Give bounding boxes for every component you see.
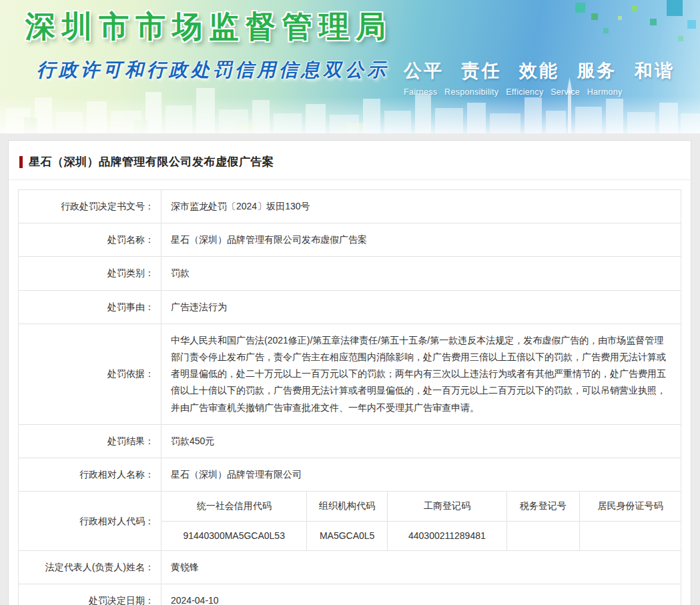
table-row: 处罚决定日期： 2024-04-10 <box>19 584 681 605</box>
codes-value: MA5GCA0L5 <box>307 521 388 550</box>
row-label: 处罚决定日期： <box>19 584 161 605</box>
row-label: 处罚类别： <box>19 257 161 290</box>
decor-square-icon <box>650 19 657 25</box>
title-marker <box>19 156 23 168</box>
decor-square-icon <box>575 3 585 13</box>
row-label: 行政处罚决定书文号： <box>19 190 161 223</box>
decor-square-icon <box>631 5 637 11</box>
codes-header: 统一社会信用代码 <box>161 492 307 521</box>
codes-value: 91440300MA5GCA0L53 <box>161 521 307 550</box>
table-row: 处罚类别： 罚款 <box>19 257 681 290</box>
row-label: 处罚事由： <box>19 290 161 324</box>
decor-square-icon <box>618 16 622 20</box>
table-row: 处罚依据： 中华人民共和国广告法(2021修正)/第五章法律责任/第五十五条/第… <box>19 324 681 424</box>
page-title-row: 星石（深圳）品牌管理有限公司发布虚假广告案 <box>9 141 691 180</box>
row-label: 行政相对人名称： <box>19 458 161 491</box>
codes-header: 工商登记码 <box>387 492 506 521</box>
slogan-chinese: 公平 责任 效能 服务 和谐 <box>404 59 675 83</box>
table-row: 行政处罚决定书文号： 深市监龙处罚〔2024〕坂田130号 <box>19 190 681 223</box>
table-row: 处罚结果： 罚款450元 <box>19 424 681 458</box>
table-row-codes: 行政相对人代码： 统一社会信用代码 组织机构代码 工商登记码 税务登记号 <box>19 492 681 551</box>
codes-cell: 统一社会信用代码 组织机构代码 工商登记码 税务登记号 居民身份证号码 9144… <box>161 492 681 551</box>
row-label: 处罚依据： <box>19 324 161 424</box>
site-title: 深圳市市场监督管理局 <box>25 7 392 47</box>
row-label: 处罚结果： <box>19 424 161 458</box>
page-title: 星石（深圳）品牌管理有限公司发布虚假广告案 <box>29 154 274 169</box>
row-value: 黄锐锋 <box>161 551 681 584</box>
row-label: 法定代表人(负责人)姓名： <box>19 551 161 584</box>
table-row: 法定代表人(负责人)姓名： 黄锐锋 <box>19 551 681 584</box>
codes-header: 税务登记号 <box>506 492 579 521</box>
row-value: 星石（深圳）品牌管理有限公司发布虚假广告案 <box>161 223 681 257</box>
codes-header-row: 统一社会信用代码 组织机构代码 工商登记码 税务登记号 居民身份证号码 <box>161 492 681 521</box>
codes-header: 组织机构代码 <box>307 492 388 521</box>
codes-value: 440300211289481 <box>387 521 506 550</box>
banner-slogan: 公平 责任 效能 服务 和谐 Fairness Responsibility E… <box>404 59 675 97</box>
decor-square-icon <box>603 28 609 33</box>
row-value: 2024-04-10 <box>161 584 681 605</box>
header-banner: 深圳市市场监督管理局 行政许可和行政处罚信用信息双公示 公平 责任 效能 服务 … <box>0 0 700 133</box>
content-panel: 星石（深圳）品牌管理有限公司发布虚假广告案 行政处罚决定书文号： 深市监龙处罚〔… <box>8 140 691 605</box>
table-row: 行政相对人名称： 星石（深圳）品牌管理有限公司 <box>19 458 681 491</box>
slogan-english: Fairness Responsibility Efficiency Servi… <box>404 87 675 97</box>
codes-value <box>506 521 579 550</box>
row-value: 罚款 <box>161 257 681 290</box>
site-subtitle: 行政许可和行政处罚信用信息双公示 <box>37 57 389 83</box>
table-wrapper: 行政处罚决定书文号： 深市监龙处罚〔2024〕坂田130号 处罚名称： 星石（深… <box>9 180 691 605</box>
penalty-info-table: 行政处罚决定书文号： 深市监龙处罚〔2024〕坂田130号 处罚名称： 星石（深… <box>18 189 681 605</box>
row-label: 行政相对人代码： <box>19 492 161 551</box>
decor-square-icon <box>591 13 598 20</box>
table-row: 处罚事由： 广告违法行为 <box>19 290 681 324</box>
table-row: 处罚名称： 星石（深圳）品牌管理有限公司发布虚假广告案 <box>19 223 681 257</box>
row-value: 深市监龙处罚〔2024〕坂田130号 <box>161 190 681 223</box>
codes-header: 居民身份证号码 <box>579 492 681 521</box>
decor-square-icon <box>667 0 683 16</box>
row-value: 罚款450元 <box>161 424 681 458</box>
codes-value-row: 91440300MA5GCA0L53 MA5GCA0L5 44030021128… <box>161 521 681 550</box>
page-content: 星石（深圳）品牌管理有限公司发布虚假广告案 行政处罚决定书文号： 深市监龙处罚〔… <box>0 133 700 605</box>
row-value: 星石（深圳）品牌管理有限公司 <box>161 458 681 491</box>
row-label: 处罚名称： <box>19 223 161 257</box>
codes-value <box>579 521 681 550</box>
row-value: 广告违法行为 <box>161 290 681 324</box>
decor-square-icon <box>687 20 696 29</box>
decor-square-icon <box>678 36 683 41</box>
codes-table: 统一社会信用代码 组织机构代码 工商登记码 税务登记号 居民身份证号码 9144… <box>161 492 681 550</box>
row-value: 中华人民共和国广告法(2021修正)/第五章法律责任/第五十五条/第一款违反本法… <box>161 324 681 424</box>
